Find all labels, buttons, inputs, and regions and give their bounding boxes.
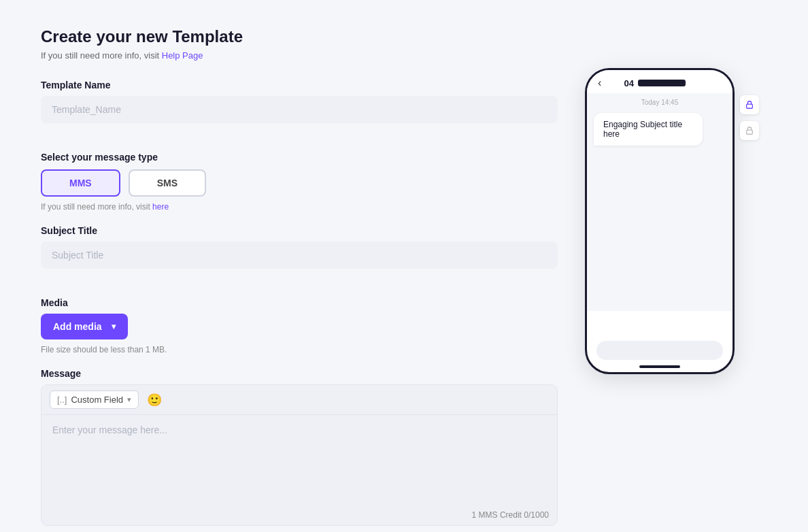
custom-field-brackets: [..] — [57, 395, 67, 405]
custom-field-label: Custom Field — [71, 395, 123, 405]
media-label: Media — [41, 297, 558, 308]
emoji-button[interactable]: 🙂 — [144, 391, 165, 409]
phone-input-bar — [596, 341, 723, 360]
message-section: Message [..] Custom Field ▾ 🙂 1 MMS Cred… — [41, 368, 558, 526]
phone-mockup: ‹ 04 Today 14:45 Engaging Subject title … — [585, 68, 735, 374]
add-media-label: Add media — [53, 321, 102, 332]
phone-status-time: 04 — [624, 78, 633, 88]
left-panel: Create your new Template If you still ne… — [41, 27, 558, 532]
page-title: Create your new Template — [41, 27, 558, 46]
help-link[interactable]: Help Page — [162, 50, 203, 61]
message-type-label: Select your message type — [41, 152, 558, 163]
phone-timestamp: Today 14:45 — [594, 99, 726, 106]
message-type-info: If you still need more info, visit here — [41, 202, 558, 212]
lock-icon-svg-1 — [745, 100, 754, 110]
credit-info: 1 MMS Credit 0/1000 — [472, 510, 549, 520]
right-panel: ‹ 04 Today 14:45 Engaging Subject title … — [585, 27, 735, 532]
subject-title-input[interactable] — [41, 242, 558, 269]
add-media-button[interactable]: Add media ▾ — [41, 314, 128, 339]
template-name-label: Template Name — [41, 80, 558, 90]
message-type-section: Select your message type MMS SMS If you … — [41, 152, 558, 212]
lock-icon-1[interactable] — [740, 95, 759, 114]
sms-button[interactable]: SMS — [129, 169, 206, 197]
phone-status-bar: ‹ 04 — [587, 70, 733, 93]
message-type-buttons: MMS SMS — [41, 169, 558, 197]
phone-contact: 04 — [624, 78, 685, 88]
svg-rect-1 — [747, 130, 753, 134]
add-media-chevron-icon: ▾ — [112, 322, 116, 331]
here-link[interactable]: here — [152, 202, 169, 212]
custom-field-button[interactable]: [..] Custom Field ▾ — [50, 390, 139, 409]
mms-button[interactable]: MMS — [41, 169, 120, 197]
template-name-section: Template Name — [41, 80, 558, 138]
phone-back-icon: ‹ — [598, 77, 601, 89]
message-type-info-prefix: If you still need more info, visit — [41, 202, 152, 212]
subject-title-label: Subject Title — [41, 225, 558, 236]
custom-field-chevron-icon: ▾ — [127, 395, 131, 404]
message-label: Message — [41, 368, 558, 379]
message-toolbar: [..] Custom Field ▾ 🙂 — [41, 385, 557, 415]
svg-rect-0 — [747, 104, 753, 108]
subtitle: If you still need more info, visit Help … — [41, 50, 558, 61]
lock-icon-svg-2 — [745, 126, 754, 135]
message-textarea[interactable] — [41, 415, 557, 503]
subtitle-prefix: If you still need more info, visit — [41, 50, 162, 61]
lock-icons — [740, 95, 759, 140]
subject-title-section: Subject Title — [41, 225, 558, 284]
template-name-input[interactable] — [41, 96, 558, 123]
lock-icon-2[interactable] — [740, 121, 759, 140]
message-box-wrapper: [..] Custom Field ▾ 🙂 1 MMS Credit 0/100… — [41, 384, 558, 526]
media-section: Media Add media ▾ File size should be le… — [41, 297, 558, 354]
phone-body: Today 14:45 Engaging Subject title here — [587, 93, 733, 311]
phone-contact-bar — [638, 80, 686, 86]
phone-message-bubble: Engaging Subject title here — [594, 113, 703, 146]
message-footer: 1 MMS Credit 0/1000 — [41, 506, 557, 525]
phone-home-indicator — [639, 365, 680, 368]
page-container: Create your new Template If you still ne… — [0, 0, 808, 532]
file-size-info: File size should be less than 1 MB. — [41, 345, 558, 354]
